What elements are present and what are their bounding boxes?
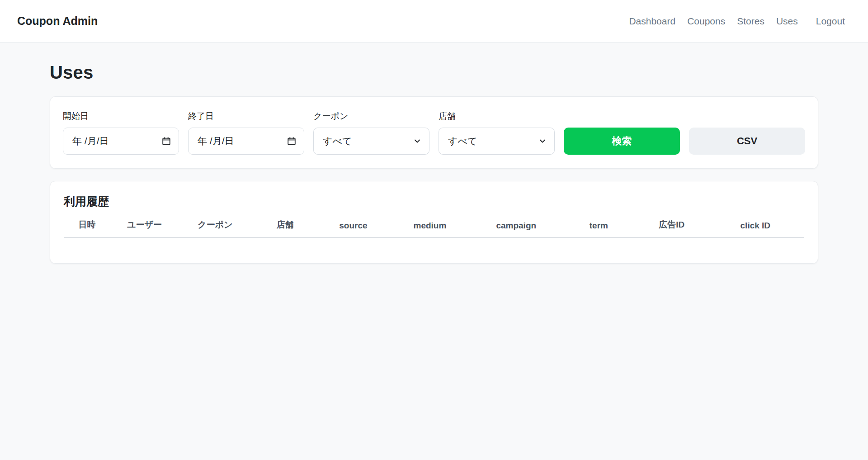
usage-history-card: 利用履歴 日時 ユーザー クーポン 店舗 source medium campa… (50, 181, 818, 264)
store-field: 店舗 すべて (439, 110, 555, 155)
end-date-label: 終了日 (188, 110, 304, 122)
column-header-term: term (561, 221, 637, 231)
usage-table-empty-body (64, 238, 804, 250)
nav-link-logout[interactable]: Logout (810, 12, 851, 30)
column-header-source: source (318, 221, 388, 231)
nav-link-stores[interactable]: Stores (731, 12, 770, 30)
page-title: Uses (50, 62, 818, 83)
usage-history-title: 利用履歴 (64, 194, 804, 209)
start-date-input[interactable]: 年 /月/日 (63, 128, 179, 155)
store-label: 店舗 (439, 110, 555, 122)
start-date-value: 年 /月/日 (72, 135, 109, 147)
end-date-input[interactable]: 年 /月/日 (188, 128, 304, 155)
chevron-down-icon (413, 137, 422, 146)
calendar-icon (161, 136, 171, 146)
column-header-user: ユーザー (110, 219, 179, 231)
coupon-label: クーポン (313, 110, 429, 122)
start-date-field: 開始日 年 /月/日 (63, 110, 179, 155)
column-header-store: 店舗 (252, 219, 318, 231)
nav-link-uses[interactable]: Uses (770, 12, 804, 30)
end-date-value: 年 /月/日 (198, 135, 234, 147)
start-date-label: 開始日 (63, 110, 179, 122)
usage-table-header-row: 日時 ユーザー クーポン 店舗 source medium campaign t… (64, 219, 804, 238)
nav-link-dashboard[interactable]: Dashboard (623, 12, 681, 30)
column-header-campaign: campaign (472, 221, 561, 231)
nav-link-coupons[interactable]: Coupons (681, 12, 731, 30)
chevron-down-icon (538, 137, 547, 146)
column-header-click-id: click ID (707, 221, 804, 231)
end-date-field: 終了日 年 /月/日 (188, 110, 304, 155)
column-header-datetime: 日時 (64, 219, 110, 231)
main-content: Uses 開始日 年 /月/日 終了日 年 /月/日 (50, 62, 818, 264)
search-button[interactable]: 検索 (564, 128, 680, 155)
brand-link[interactable]: Coupon Admin (17, 14, 98, 28)
main-nav: Dashboard Coupons Stores Uses Logout (623, 12, 851, 30)
coupon-select[interactable]: すべて (313, 128, 429, 155)
csv-export-button[interactable]: CSV (689, 128, 805, 155)
store-select[interactable]: すべて (439, 128, 555, 155)
column-header-ad-id: 広告ID (637, 219, 707, 231)
calendar-icon (287, 136, 297, 146)
column-header-medium: medium (388, 221, 472, 231)
coupon-selected-value: すべて (323, 135, 352, 147)
filter-card: 開始日 年 /月/日 終了日 年 /月/日 (50, 96, 818, 169)
coupon-field: クーポン すべて (313, 110, 429, 155)
column-header-coupon: クーポン (179, 219, 252, 231)
store-selected-value: すべて (448, 135, 477, 147)
top-navbar: Coupon Admin Dashboard Coupons Stores Us… (0, 0, 868, 43)
